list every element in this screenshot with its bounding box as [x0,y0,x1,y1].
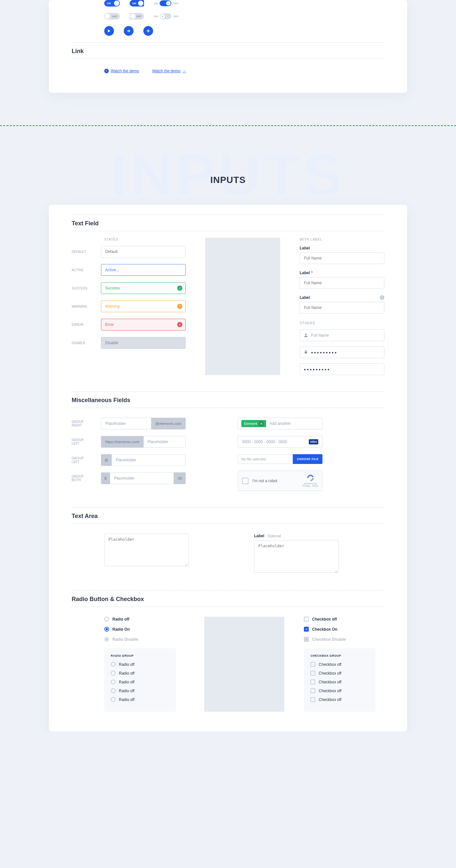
checkbox-icon [304,637,309,642]
divider [72,231,384,231]
radio-on[interactable]: Radio On [104,627,185,632]
error-icon: ✕ [177,322,182,327]
textarea-right: LabelOptional [254,534,384,574]
radio-off[interactable]: Radio off [104,617,185,622]
radio-header: Radio Button & Checkbox [72,591,384,607]
label-input-3[interactable] [300,302,384,313]
checkbox-group-item[interactable]: Checkbox off [310,688,369,693]
tag-element[interactable]: Element✕ [241,420,266,427]
toggle-onoff-off[interactable]: ON ✕ OFF [154,13,179,19]
recaptcha-icon: reCAPTCHA Privacy - Terms [303,474,318,487]
disable-input [101,337,186,349]
radio-column: Radio off Radio On Radio Disable RADIO G… [72,617,185,712]
field-label: Label [300,246,384,250]
resize-handle-icon[interactable] [184,563,188,566]
radio-group: RADIO GROUP Radio off Radio off Radio of… [104,648,176,712]
svg-point-0 [305,333,307,335]
check-icon: ✓ [166,1,171,5]
svg-rect-1 [305,352,307,353]
card-input[interactable]: 0000 - 0000 - 0000 - 0000 VISA [238,436,323,448]
warning-input[interactable] [101,301,186,312]
user-icon [304,333,308,338]
label-input-1[interactable] [300,252,384,264]
play-button[interactable] [104,26,114,36]
recaptcha[interactable]: I'm not a robot reCAPTCHA Privacy - Term… [238,470,323,491]
textarea-2[interactable] [254,540,339,573]
divider [72,408,384,408]
misc-columns: GROUP RIGHT Placeholder@elemento.com GRO… [72,418,384,491]
checkbox-group-item[interactable]: Checkbox off [310,671,369,676]
play-icon [104,69,109,73]
toggle-off-1[interactable]: OFF [104,13,120,20]
textfield-columns: STATES DEFAULT ACTIVE SUCCESS✓ WARNING! … [72,238,384,375]
error-input[interactable] [101,319,186,331]
toggle-onoff-on[interactable]: ON ✓ OFF [154,0,179,6]
group-right-input[interactable]: Placeholder@elemento.com [101,418,186,429]
checkbox-group-item[interactable]: Checkbox off [310,662,369,667]
plus-button[interactable] [143,26,153,36]
arrow-button[interactable] [124,26,133,36]
label-input-2[interactable] [300,277,384,289]
misc-header: Miscellaneous Fields [72,392,384,408]
watch-demo-link-1[interactable]: Watch the demo [104,69,139,73]
visa-icon: VISA [309,439,318,444]
withlabel-header: WITH LABEL [300,238,384,241]
resize-handle-icon[interactable] [334,569,337,573]
password-input-2[interactable]: ●●●●●●●●● [300,363,384,375]
active-input[interactable] [101,264,186,276]
checkbox-off[interactable]: Checkbox off [304,617,384,622]
file-input[interactable]: No file selected CHOOSE FILE [238,454,323,464]
checkbox-icon [304,627,309,632]
choose-file-button[interactable]: CHOOSE FILE [293,454,323,464]
textarea-1[interactable] [104,534,189,566]
toggle-off-2[interactable]: OFF [130,13,144,20]
divider [72,524,384,524]
radio-group-item[interactable]: Radio off [111,688,170,693]
radio-group-item[interactable]: Radio off [111,662,170,667]
toggle-off-row: OFF OFF ON ✕ OFF [72,13,384,20]
default-input[interactable] [101,246,186,257]
checkbox-column: Checkbox off Checkbox On Checkbox Disabl… [304,617,384,712]
buttons-card: ON ON ON ✓ OFF OFF OFF ON ✕ OFF Link Wat… [49,0,407,93]
required-asterisk: * [311,271,313,275]
radio-disabled: Radio Disable [104,637,185,642]
checkbox-on[interactable]: Checkbox On [304,627,384,632]
group-both-input[interactable]: $Placeholder.00 [101,472,186,484]
tag-remove-icon[interactable]: ✕ [259,421,264,426]
textarea-columns: LabelOptional [72,534,384,574]
textarea-left [72,534,235,574]
states-header: STATES [104,238,186,241]
name-input-icon[interactable]: Full Name [300,330,384,341]
divider [72,607,384,607]
misc-right: Element✕ Add another 0000 - 0000 - 0000 … [238,418,384,491]
watch-demo-link-2[interactable]: Watch the demo → [152,69,186,73]
checkbox-icon [304,617,309,622]
toggle-on-row: ON ON ON ✓ OFF [72,0,384,6]
inputs-title: INPUTS [0,175,456,185]
checkbox-group-item[interactable]: Checkbox off [310,680,369,684]
radio-group-item[interactable]: Radio off [111,680,170,684]
radio-group-item[interactable]: Radio off [111,671,170,676]
radio-group-item[interactable]: Radio off [111,697,170,702]
radio-icon [104,637,109,642]
radio-columns: Radio off Radio On Radio Disable RADIO G… [72,617,384,712]
group-left-input[interactable]: https://elemento.com/Placeholder [101,436,186,448]
captcha-checkbox[interactable] [242,477,248,484]
info-icon[interactable]: i [380,295,384,300]
tag-input[interactable]: Element✕ Add another [238,418,323,429]
divider [72,59,384,59]
vertical-divider [205,238,280,375]
withlabel-column: WITH LABEL Label Label* Labeli OTHERS Fu… [300,238,384,375]
group-left-icon-input[interactable]: @Placeholder [101,454,186,466]
warning-icon: ! [177,304,182,309]
lock-icon [304,349,308,355]
toggle-on-1[interactable]: ON [104,0,120,6]
password-input-1[interactable]: ●●●●●●●●● [300,346,384,358]
arrow-right-icon: → [182,69,186,73]
radio-icon [104,627,109,632]
toggle-on-2[interactable]: ON [130,0,144,6]
checkbox-group-item[interactable]: Checkbox off [310,697,369,702]
success-input[interactable] [101,282,186,294]
textarea-label: LabelOptional [254,534,384,538]
textarea-header: Text Area [72,507,384,524]
